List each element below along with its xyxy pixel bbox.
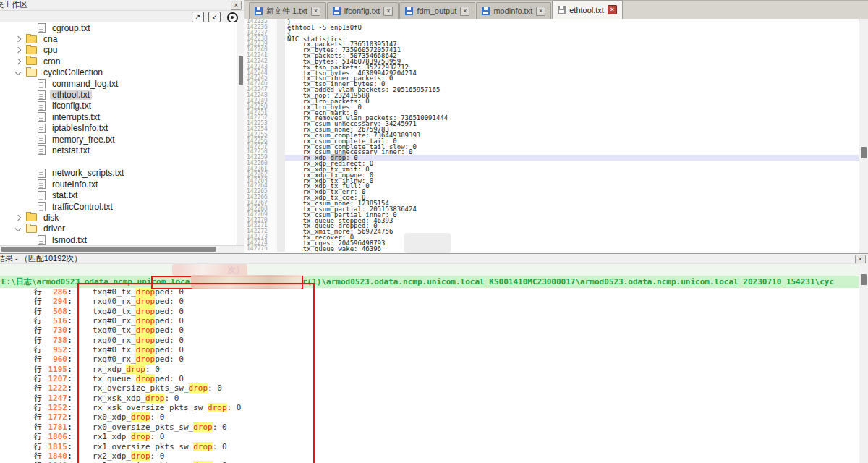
tree-item-cyclicCollection[interactable]: cyclicCollection: [0, 67, 237, 78]
file-icon: [38, 124, 46, 133]
result-line-number: 1840: [44, 451, 67, 461]
editor-line: rx_xdp_tx_err: 0: [285, 189, 859, 195]
folder-icon: [26, 213, 37, 221]
editor-line: tx_xmit_more: 569724756: [285, 229, 859, 234]
editor-line: rx_lro_packets: 0: [285, 98, 859, 104]
redaction-blur: [172, 264, 247, 276]
editor-line: rx_xdp_tx_full: 0: [285, 183, 859, 189]
result-line-number: 294: [44, 297, 67, 306]
tab-ifconfig[interactable]: ifconfig.txt×: [327, 2, 399, 19]
editor-line: tx_nop: 232419588: [285, 93, 859, 98]
close-icon[interactable]: ×: [311, 7, 320, 16]
result-line-number: 1252: [44, 403, 67, 412]
result-line-number: 1806: [44, 432, 67, 441]
tree-item-cna[interactable]: cna: [0, 33, 237, 44]
tree-item-cron[interactable]: cron: [0, 56, 237, 67]
tree-scrollbar-thumb[interactable]: [239, 56, 243, 85]
chevron-right-icon[interactable]: [15, 36, 21, 42]
editor-line: {: [285, 30, 859, 36]
chevron-right-icon[interactable]: [15, 215, 21, 221]
tree-item-command-log[interactable]: command_log.txt: [0, 78, 237, 89]
result-line-number: 1247: [44, 394, 67, 403]
chevron-down-icon[interactable]: [15, 226, 21, 232]
folder-icon: [26, 57, 37, 65]
close-icon[interactable]: ×: [460, 7, 469, 16]
collapse-all-icon[interactable]: ↙: [208, 12, 221, 22]
close-icon[interactable]: ×: [231, 1, 242, 10]
folder-icon: [26, 46, 37, 54]
file-icon: [38, 169, 46, 178]
result-line-number: 952: [44, 345, 67, 354]
folder-open-icon: [26, 225, 37, 233]
tree-scrollbar-thumb[interactable]: [1, 247, 216, 252]
result-line-number: 508: [44, 307, 67, 316]
chevron-right-icon[interactable]: [15, 47, 21, 53]
search-results-panel: 结果 - （匹配10192次） × 索 "drop" （1个文件中匹配到1019…: [0, 253, 868, 463]
workspace-panel-titlebar: 夹工作区 ×: [0, 0, 244, 11]
save-icon: [333, 7, 341, 15]
tree-item-driver[interactable]: driver: [0, 224, 237, 234]
file-icon: [38, 145, 46, 155]
tab-ethtool[interactable]: ethtool.txt×: [552, 0, 623, 19]
editor-scrollbar-thumb[interactable]: [861, 147, 867, 158]
tree-item-netstat[interactable]: netstat.txt: [0, 145, 237, 156]
editor-line: tx_added_vlan_packets: 205165957165: [285, 87, 859, 93]
result-line-number: 738: [44, 336, 67, 345]
result-line-number: 1195: [44, 365, 67, 374]
tree-item-disk[interactable]: disk: [0, 212, 237, 223]
file-icon: [38, 23, 46, 33]
tree-item-stat[interactable]: stat.txt: [0, 190, 237, 200]
file-icon: [38, 202, 46, 211]
tab-bar: 新文件 1.txt× ifconfig.txt× fdm_output× mod…: [244, 0, 868, 19]
tab-modinfo[interactable]: modinfo.txt×: [476, 2, 551, 19]
editor-area: 新文件 1.txt× ifconfig.txt× fdm_output× mod…: [244, 0, 868, 253]
tree-item-trafficControl[interactable]: trafficControl.txt: [0, 201, 237, 212]
chevron-right-icon[interactable]: [15, 59, 21, 64]
tree-vertical-scrollbar[interactable]: [237, 22, 244, 246]
chevron-down-icon[interactable]: [15, 69, 21, 75]
editor-vertical-scrollbar[interactable]: [859, 19, 868, 253]
result-line-number: 960: [44, 354, 67, 364]
tree-item-cgroup[interactable]: cgroup.txt: [0, 22, 237, 33]
tree-horizontal-scrollbar[interactable]: [0, 245, 244, 253]
results-title: 结果 - （匹配10192次）: [0, 254, 82, 263]
editor-line: rx_xdp_tx_inlnw: 0: [285, 178, 859, 184]
save-icon: [482, 7, 490, 15]
tree-item-lsmod[interactable]: lsmod.txt: [0, 234, 237, 245]
result-line-number: 516: [44, 316, 67, 326]
tree-item-routeInfo[interactable]: routeInfo.txt: [0, 179, 237, 190]
line-number: 142275: [244, 246, 277, 252]
save-icon: [405, 7, 413, 15]
result-line-number: 1207: [44, 374, 67, 383]
file-icon: [38, 191, 46, 200]
tree-item-ethtool[interactable]: ethtool.txt: [0, 89, 237, 100]
workspace-panel: 夹工作区 × ↗ ↙ cgroup.txt cna cpu cron cycli…: [0, 0, 244, 253]
notepadpp-window: 夹工作区 × ↗ ↙ cgroup.txt cna cpu cron cycli…: [0, 0, 868, 463]
editor-line: ethtool -S enp1s0f0: [285, 25, 859, 30]
workspace-tree: cgroup.txt cna cpu cron cyclicCollection…: [0, 22, 237, 246]
workspace-panel-title: 夹工作区: [0, 0, 27, 9]
close-icon[interactable]: ×: [536, 7, 545, 16]
tree-item-network-scripts[interactable]: network_scripts.txt: [0, 168, 237, 179]
editor-text-area[interactable]: 142235} 142236ethtool -S enp1s0f0 142237…: [244, 19, 859, 253]
tab-fdm-output[interactable]: fdm_output×: [399, 2, 475, 19]
tab-new-file-1[interactable]: 新文件 1.txt×: [249, 2, 326, 19]
results-vertical-scrollbar[interactable]: [859, 263, 868, 463]
results-scrollbar-thumb[interactable]: [861, 274, 867, 285]
results-titlebar: 结果 - （匹配10192次） ×: [0, 254, 868, 264]
expand-all-icon[interactable]: ↗: [192, 12, 204, 22]
tree-item-ifconfig[interactable]: ifconfig.txt: [0, 101, 237, 111]
tree-item-interrupts[interactable]: interrupts.txt: [0, 111, 237, 122]
file-icon: [38, 79, 46, 88]
close-icon[interactable]: ×: [608, 5, 617, 14]
file-icon: [38, 135, 46, 144]
file-icon: [38, 101, 46, 111]
folder-icon: [26, 35, 37, 43]
tree-item-iptablesInfo[interactable]: iptablesInfo.txt: [0, 123, 237, 134]
search-summary-line[interactable]: 索 "drop" （1个文件中匹配到10192次，总计 次）: [0, 264, 868, 276]
workspace-toolbar: ↗ ↙: [0, 11, 244, 22]
tree-item-memory-free[interactable]: memory_free.txt: [0, 134, 237, 145]
close-icon[interactable]: ×: [383, 7, 393, 16]
save-icon: [558, 6, 566, 14]
tree-item-cpu[interactable]: cpu: [0, 45, 237, 56]
